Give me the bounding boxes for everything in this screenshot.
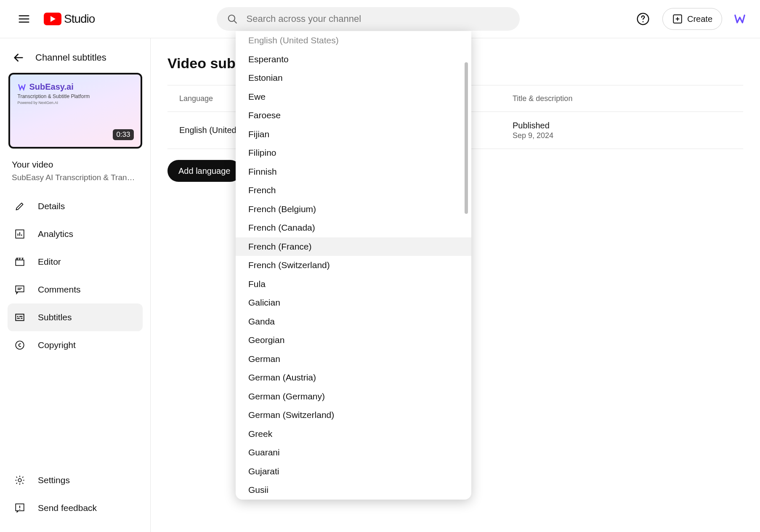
clapperboard-icon xyxy=(13,256,26,267)
language-option[interactable]: French (Switzerland) xyxy=(236,256,471,275)
language-option[interactable]: Esperanto xyxy=(236,50,471,69)
language-option[interactable]: Ganda xyxy=(236,312,471,331)
left-sidebar: Channel subtitles SubEasy.ai Transcripti… xyxy=(0,38,151,532)
sidebar-item-label: Copyright xyxy=(38,340,76,350)
language-option[interactable]: German xyxy=(236,350,471,369)
language-option[interactable]: Ewe xyxy=(236,88,471,106)
analytics-icon xyxy=(13,229,26,239)
create-plus-icon xyxy=(672,13,683,24)
hamburger-icon xyxy=(18,13,30,25)
search-input[interactable] xyxy=(246,13,510,24)
language-option[interactable]: Faroese xyxy=(236,106,471,125)
language-option[interactable]: English (United States) xyxy=(236,31,471,50)
sidebar-item-settings[interactable]: Settings xyxy=(8,466,143,494)
language-option[interactable]: German (Switzerland) xyxy=(236,406,471,425)
subtitles-icon xyxy=(13,312,26,323)
youtube-play-icon xyxy=(44,13,61,25)
thumbnail-line2: Powered by NextGen.AI xyxy=(18,101,133,105)
copyright-icon xyxy=(13,340,26,351)
add-language-button[interactable]: Add language xyxy=(167,160,241,182)
language-option[interactable]: Fijian xyxy=(236,125,471,144)
sidebar-item-label: Analytics xyxy=(38,229,73,239)
arrow-left-icon xyxy=(12,51,25,64)
language-option[interactable]: German (Austria) xyxy=(236,368,471,387)
sidebar-item-label: Subtitles xyxy=(38,312,72,322)
language-option[interactable]: French xyxy=(236,181,471,200)
feedback-icon xyxy=(13,503,26,513)
thumbnail-line1: Transcription & Subtitle Platform xyxy=(18,93,133,99)
thumbnail-brand: SubEasy.ai xyxy=(18,82,133,92)
language-option[interactable]: Filipino xyxy=(236,144,471,162)
language-option[interactable]: French (Canada) xyxy=(236,218,471,237)
search-bar[interactable] xyxy=(217,7,520,31)
logo-text: Studio xyxy=(64,12,95,26)
video-name: SubEasy AI Transcription & Translati... xyxy=(8,172,143,192)
your-video-label: Your video xyxy=(8,157,143,172)
svg-point-20 xyxy=(16,341,24,349)
hamburger-menu-button[interactable] xyxy=(13,8,35,30)
create-button[interactable]: Create xyxy=(662,8,722,30)
brand-icon[interactable] xyxy=(732,11,747,27)
language-option[interactable]: Fula xyxy=(236,275,471,294)
sidebar-item-label: Details xyxy=(38,201,65,211)
language-option[interactable]: Gujarati xyxy=(236,462,471,481)
dropdown-scrollbar[interactable] xyxy=(465,62,468,214)
svg-rect-11 xyxy=(16,260,24,266)
gear-icon xyxy=(13,475,26,486)
sidebar-item-label: Comments xyxy=(38,285,81,295)
help-button[interactable] xyxy=(634,10,652,28)
back-button[interactable] xyxy=(12,51,25,64)
w-brand-icon xyxy=(733,13,746,25)
create-label: Create xyxy=(687,14,712,24)
youtube-studio-logo[interactable]: Studio xyxy=(44,12,95,26)
svg-rect-12 xyxy=(16,286,24,292)
language-option[interactable]: German (Germany) xyxy=(236,387,471,406)
language-option[interactable]: Guarani xyxy=(236,443,471,462)
sidebar-item-label: Editor xyxy=(38,257,61,267)
sidebar-item-analytics[interactable]: Analytics xyxy=(8,220,143,248)
sidebar-item-label: Send feedback xyxy=(38,503,97,513)
language-option[interactable]: French (Belgium) xyxy=(236,200,471,219)
search-icon xyxy=(227,13,238,25)
language-option[interactable]: Finnish xyxy=(236,162,471,181)
cell-status: Published xyxy=(513,121,743,130)
language-option[interactable]: Greek xyxy=(236,425,471,444)
sidebar-item-subtitles[interactable]: Subtitles xyxy=(8,303,143,331)
pencil-icon xyxy=(13,201,26,212)
svg-point-24 xyxy=(19,509,20,510)
cell-date: Sep 9, 2024 xyxy=(513,131,743,140)
svg-point-21 xyxy=(18,479,21,482)
language-option[interactable]: Galician xyxy=(236,293,471,312)
svg-rect-15 xyxy=(16,314,24,320)
svg-point-3 xyxy=(643,21,644,22)
svg-line-1 xyxy=(234,21,237,23)
comments-icon xyxy=(13,284,26,295)
sidebar-title: Channel subtitles xyxy=(35,52,106,63)
sidebar-item-comments[interactable]: Comments xyxy=(8,276,143,303)
language-option[interactable]: Gusii xyxy=(236,481,471,500)
language-dropdown: English (United States)EsperantoEstonian… xyxy=(236,31,471,500)
help-icon xyxy=(636,12,650,26)
sidebar-item-label: Settings xyxy=(38,475,70,485)
duration-badge: 0:33 xyxy=(113,129,133,140)
language-option[interactable]: French (France) xyxy=(236,237,471,256)
sidebar-item-details[interactable]: Details xyxy=(8,192,143,220)
language-option[interactable]: Estonian xyxy=(236,69,471,88)
sidebar-item-editor[interactable]: Editor xyxy=(8,248,143,276)
language-option[interactable]: Georgian xyxy=(236,331,471,350)
sidebar-item-copyright[interactable]: Copyright xyxy=(8,331,143,359)
sidebar-item-feedback[interactable]: Send feedback xyxy=(8,494,143,522)
video-thumbnail[interactable]: SubEasy.ai Transcription & Subtitle Plat… xyxy=(8,73,142,149)
